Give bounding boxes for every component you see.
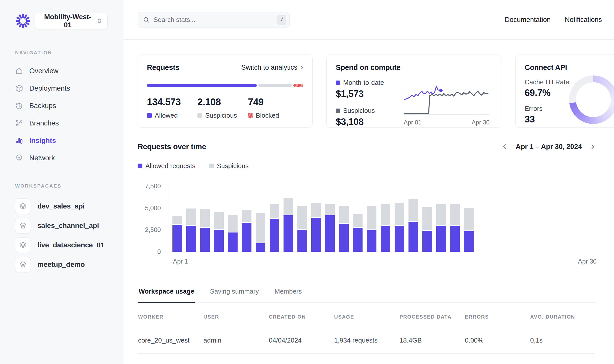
network-icon (15, 154, 23, 162)
date-range-label: Apr 1 – Apr 30, 2024 (516, 143, 582, 151)
table-row[interactable]: core_40_us_eastadmin03/04/20247,985 requ… (138, 354, 595, 364)
progress-segment-suspicious (258, 84, 292, 87)
bar-suspicious-segment (284, 198, 293, 215)
bar-apr-3 (200, 183, 210, 252)
workspaces-section-label: WORKSPACAES (15, 183, 117, 189)
bar-allowed-segment (422, 231, 432, 252)
table-cell: 1,934 requests (334, 327, 399, 354)
bar-apr-11 (311, 183, 321, 252)
bar-suspicious-segment (422, 207, 432, 230)
app-root: Mobility-West-01 NAVIGATION OverviewDepl… (0, 0, 614, 364)
sidebar-workspace-meetup-demo[interactable]: meetup_demo (15, 255, 117, 274)
bar-suspicious-segment (464, 208, 474, 230)
connect-api-card-title: Connect API (525, 63, 614, 72)
table-cell: core_20_us_west (138, 327, 203, 354)
chevron-right-icon (590, 143, 596, 150)
table-cell: 04/04/2024 (268, 327, 334, 354)
column-header-created-on: CREATED ON (268, 303, 334, 327)
bar-apr-21 (450, 183, 460, 252)
spend-sparkline-chart: Apr 01 Apr 30 (404, 74, 490, 126)
requests-bar-chart: 02,5005,0007,500 Apr 1 Apr 30 (138, 183, 597, 270)
stat-cards-row: Requests Switch to analytics › 134.573Al… (124, 40, 614, 128)
requests-over-time-section: Requests over time Apr 1 – Apr 30, 2024 … (138, 142, 597, 270)
sidebar-item-label: Insights (29, 137, 56, 145)
previous-range-button[interactable] (500, 142, 509, 151)
tab-members[interactable]: Members (273, 288, 303, 303)
workspace-selector[interactable]: Mobility-West-01 (35, 13, 108, 29)
sidebar-item-branches[interactable]: Branches (15, 114, 117, 132)
requests-stat-suspicious: 2.108Suspicious (197, 97, 248, 119)
table-row[interactable]: core_20_us_westadmin04/04/20241,934 requ… (138, 327, 595, 354)
header-link-documentation[interactable]: Documentation (505, 16, 551, 24)
bar-suspicious-segment (395, 203, 404, 225)
bar-suspicious-segment (436, 204, 446, 226)
tab-saving-summary[interactable]: Saving summary (209, 288, 260, 303)
bar-allowed-segment (367, 230, 376, 252)
bar-apr-6 (242, 183, 251, 252)
cache-hit-donut-chart (569, 75, 614, 124)
bar-allowed-segment (311, 218, 321, 252)
requests-stat-blocked: 749Blocked (248, 97, 298, 119)
bar-apr-7 (256, 183, 265, 252)
switch-to-analytics-link[interactable]: Switch to analytics › (241, 64, 303, 71)
x-axis-start-label: Apr 1 (173, 258, 188, 265)
sidebar-item-backups[interactable]: Backups (15, 97, 117, 114)
column-header-worker: WORKER (138, 303, 203, 327)
legend-item-allowed-requests: Allowed requests (138, 162, 195, 170)
column-header-user: USER (203, 303, 268, 327)
sidebar-item-label: Branches (29, 119, 59, 127)
table-cell: admin (203, 354, 268, 364)
bar-apr-22 (464, 183, 474, 252)
tab-bar: Workspace usageSaving summaryMembers (138, 287, 597, 303)
sidebar-item-overview[interactable]: Overview (15, 62, 117, 80)
bar-apr-1 (172, 183, 182, 252)
bar-apr-17 (395, 183, 404, 252)
bar-apr-13 (339, 183, 349, 252)
tab-workspace-usage[interactable]: Workspace usage (138, 288, 195, 303)
bar-allowed-segment (381, 226, 390, 252)
sidebar-item-network[interactable]: Network (15, 149, 117, 167)
chevron-up-down-icon (96, 18, 103, 24)
search-box[interactable]: / (138, 12, 290, 28)
chevron-right-icon: › (300, 64, 303, 69)
bar-apr-5 (228, 183, 238, 252)
table-cell: 0.00% (464, 327, 530, 354)
sidebar-item-deployments[interactable]: Deployments (15, 80, 117, 97)
requests-stat-allowed: 134.573Allowed (147, 97, 197, 119)
stat-legend: Blocked (248, 112, 298, 119)
bar-allowed-segment (395, 226, 404, 252)
search-input[interactable] (154, 16, 273, 24)
sidebar-item-insights[interactable]: Insights (15, 132, 117, 149)
table-cell: admin (203, 327, 268, 354)
sidebar-item-label: Deployments (29, 84, 70, 92)
header-link-notifications[interactable]: Notifications (565, 16, 602, 24)
requests-card-title: Requests (147, 63, 179, 72)
sidebar-workspace-dev-sales-api[interactable]: dev_sales_api (15, 196, 117, 216)
sidebar-workspace-live-datascience-01[interactable]: live_datascience_01 (15, 235, 117, 255)
column-header-errors: ERRORS (464, 303, 530, 327)
bar-suspicious-segment (297, 206, 307, 229)
requests-card: Requests Switch to analytics › 134.573Al… (138, 55, 313, 128)
navigation-section-label: NAVIGATION (15, 50, 117, 56)
column-header-processed-data: PROCESSED DATA (399, 303, 464, 327)
bar-allowed-segment (408, 222, 418, 252)
bar-apr-4 (214, 183, 224, 252)
y-tick-label: 7,500 (138, 183, 161, 190)
spark-x-end-label: Apr 30 (472, 119, 490, 126)
bar-allowed-segment (339, 224, 349, 252)
blocked-swatch-icon (248, 113, 253, 118)
bar-suspicious-segment (367, 206, 376, 229)
sidebar-workspace-sales-channel-api[interactable]: sales_channel_api (15, 216, 117, 235)
layers-icon (15, 257, 31, 272)
sidebar-item-label: Backups (29, 102, 56, 110)
next-range-button[interactable] (589, 142, 597, 151)
stat-legend: Suspicious (197, 112, 248, 119)
bar-suspicious-segment (242, 210, 251, 222)
bar-suspicious-segment (214, 212, 224, 229)
legend-item-suspicious: Suspicious (209, 162, 249, 170)
nav-list: OverviewDeploymentsBackupsBranchesInsigh… (15, 62, 117, 167)
connect-api-card: Connect API Cache Hit Rate 69.7% Errors … (515, 55, 614, 128)
bar-allowed-segment (200, 228, 210, 252)
bar-suspicious-segment (408, 199, 418, 221)
suspicious-swatch-icon (209, 164, 214, 168)
